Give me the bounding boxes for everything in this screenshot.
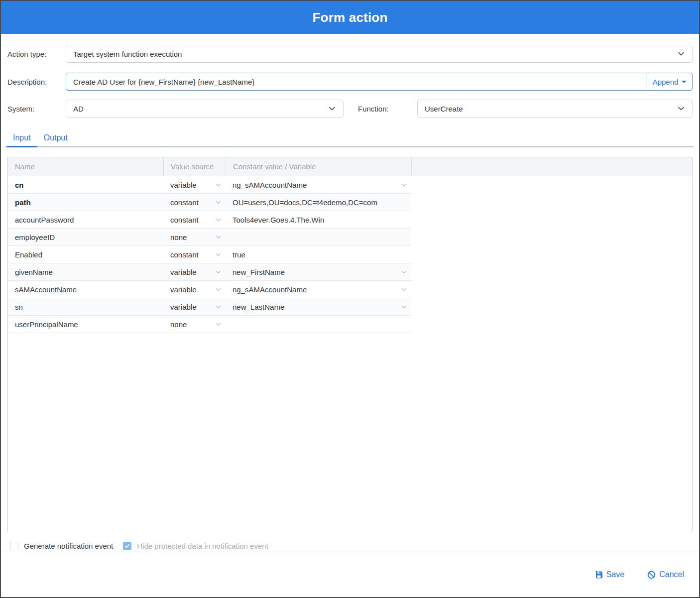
row-name: givenName <box>8 263 163 280</box>
row-name: accountPassword <box>8 211 163 228</box>
row-value: ng_sAMAccountName <box>233 285 307 294</box>
action-type-value: Target system function execution <box>73 50 182 58</box>
cancel-prohibition-icon <box>647 571 656 579</box>
row-name: sAMAccountName <box>8 281 163 298</box>
system-select[interactable]: AD <box>66 100 344 118</box>
dialog-footer: Save Cancel <box>1 552 699 597</box>
action-type-select[interactable]: Target system function execution <box>66 45 693 63</box>
table-row: cn variable ng_sAMAccountName <box>8 176 692 194</box>
system-function-row: System: AD Function: UserCreate <box>7 100 693 118</box>
value-chevron-down-icon <box>401 269 407 275</box>
row-value-field[interactable]: ng_sAMAccountName <box>226 176 411 193</box>
hide-protected-group: Hide protected data in notification even… <box>123 542 268 550</box>
generate-notification-label: Generate notification event <box>24 542 113 550</box>
column-header-spacer <box>411 157 692 176</box>
row-source: variable <box>170 303 197 311</box>
parameter-table: Name Value source Constant value / Varia… <box>7 157 693 531</box>
row-name: employeeID <box>8 229 163 245</box>
dialog-title: Form action <box>313 10 388 25</box>
source-chevron-down-icon <box>215 199 222 206</box>
row-value: Tools4ever.Goes.4.The.Win <box>233 216 324 224</box>
hide-protected-checkbox[interactable] <box>123 542 131 550</box>
source-chevron-down-icon <box>215 217 222 223</box>
row-source-select[interactable]: variable <box>163 298 226 315</box>
row-value: OU=users,OU=docs,DC=t4edemo,DC=com <box>233 198 377 207</box>
row-value: ng_sAMAccountName <box>233 181 307 189</box>
hide-protected-label: Hide protected data in notification even… <box>137 542 268 550</box>
row-name: sn <box>8 298 163 315</box>
save-floppy-icon <box>595 571 603 579</box>
row-source: variable <box>170 268 197 276</box>
table-row: employeeID none <box>8 229 692 246</box>
function-select[interactable]: UserCreate <box>417 100 693 118</box>
row-source: none <box>170 320 187 329</box>
column-header-name: Name <box>8 157 163 176</box>
action-type-label: Action type: <box>7 50 66 58</box>
tab-input[interactable]: Input <box>6 130 37 147</box>
description-input[interactable] <box>66 73 647 91</box>
form-action-dialog: Form action Action type: Target system f… <box>0 0 700 598</box>
row-source: constant <box>170 216 199 224</box>
cancel-button-label: Cancel <box>659 570 684 579</box>
value-chevron-down-icon <box>401 304 407 310</box>
row-source-select[interactable]: variable <box>163 263 226 280</box>
description-label: Description: <box>7 78 66 86</box>
chevron-down-icon <box>328 105 336 113</box>
source-chevron-down-icon <box>215 182 222 188</box>
source-chevron-down-icon <box>215 234 222 240</box>
table-row: sn variable new_LastName <box>8 298 692 316</box>
table-row: sAMAccountName variable ng_sAMAccountNam… <box>8 281 692 298</box>
checkmark-icon <box>124 543 130 549</box>
column-header-value-source: Value source <box>163 157 226 176</box>
table-body: cn variable ng_sAMAccountName path <box>8 176 692 531</box>
description-row: Description: Append <box>7 73 693 91</box>
row-value-field[interactable]: OU=users,OU=docs,DC=t4edemo,DC=com <box>226 194 411 211</box>
notification-options-row: Generate notification event Hide protect… <box>10 540 690 552</box>
row-value-field[interactable]: new_FirstName <box>226 263 411 280</box>
caret-down-icon <box>682 81 687 83</box>
row-source: constant <box>170 198 199 207</box>
row-source-select[interactable]: variable <box>163 176 226 193</box>
io-tabs: Input Output <box>6 130 694 147</box>
cancel-button[interactable]: Cancel <box>647 570 684 579</box>
chevron-down-icon <box>677 105 685 113</box>
function-label: Function: <box>358 105 417 113</box>
row-value: true <box>233 250 245 259</box>
system-label: System: <box>7 105 66 113</box>
row-name: path <box>8 194 163 211</box>
source-chevron-down-icon <box>215 304 222 310</box>
row-value-field[interactable]: new_LastName <box>226 298 411 315</box>
row-source: none <box>170 233 187 241</box>
row-value-field[interactable]: Tools4ever.Goes.4.The.Win <box>226 211 411 228</box>
tab-output[interactable]: Output <box>37 130 74 147</box>
chevron-down-icon <box>677 50 685 58</box>
table-row: accountPassword constant Tools4ever.Goes… <box>8 211 692 229</box>
source-chevron-down-icon <box>215 286 222 293</box>
system-value: AD <box>73 105 84 113</box>
append-button[interactable]: Append <box>647 73 693 91</box>
save-button[interactable]: Save <box>595 570 624 579</box>
save-button-label: Save <box>606 570 624 579</box>
row-value-field[interactable]: true <box>226 246 411 263</box>
row-source-select[interactable]: constant <box>163 211 226 228</box>
row-value: new_FirstName <box>233 268 285 276</box>
row-source-select[interactable]: none <box>163 316 226 333</box>
description-input-group: Append <box>66 73 693 91</box>
row-source-select[interactable]: variable <box>163 281 226 298</box>
row-source: variable <box>170 181 197 189</box>
row-source-select[interactable]: constant <box>163 194 226 211</box>
value-chevron-down-icon <box>401 286 407 293</box>
row-source-select[interactable]: constant <box>163 246 226 263</box>
generate-notification-checkbox[interactable] <box>10 542 18 550</box>
row-value: new_LastName <box>233 303 284 311</box>
row-source: constant <box>170 250 199 259</box>
row-value-field[interactable]: ng_sAMAccountName <box>226 281 411 298</box>
row-name: cn <box>8 176 163 193</box>
table-row: path constant OU=users,OU=docs,DC=t4edem… <box>8 194 692 211</box>
row-source: variable <box>170 285 197 294</box>
column-header-constant-value: Constant value / Variable <box>226 157 411 176</box>
row-source-select[interactable]: none <box>163 229 226 245</box>
source-chevron-down-icon <box>215 321 222 328</box>
row-value-field[interactable] <box>226 229 411 245</box>
row-value-field[interactable] <box>226 316 411 333</box>
